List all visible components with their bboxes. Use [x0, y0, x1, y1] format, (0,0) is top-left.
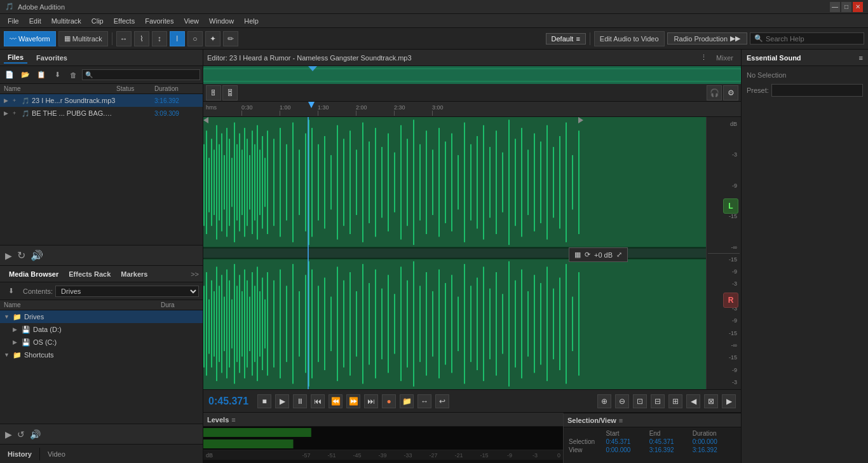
r-channel-button[interactable]: R	[723, 293, 738, 308]
sv-sel-end[interactable]: 0:45.371	[649, 438, 693, 445]
full-zoom-button[interactable]: ⊠	[704, 394, 718, 408]
brush-tool-button[interactable]: ✏	[223, 31, 238, 46]
tab-video[interactable]: Video	[40, 448, 73, 460]
waveform-mode-button[interactable]: 〰 Waveform	[4, 31, 56, 46]
volume-popup[interactable]: ▦ ⟳ +0 dB ⤢	[569, 247, 628, 262]
lasso-tool-button[interactable]: ○	[187, 31, 203, 46]
razor-tool-button[interactable]: ⌇	[134, 31, 149, 46]
menu-edit[interactable]: Edit	[24, 16, 46, 26]
list-item[interactable]: ▶ + 🎵 BE THE ... PUBG BAG.mp3 3:09.309	[0, 107, 203, 120]
menu-window[interactable]: Window	[204, 16, 239, 26]
l-channel-button[interactable]: L	[723, 198, 738, 214]
mixer-button[interactable]: Mixer	[712, 53, 737, 63]
essential-menu-icon[interactable]: ≡	[859, 54, 863, 62]
media-output-button[interactable]: 🔊	[30, 429, 41, 439]
zoom-in-button[interactable]: ⊕	[597, 394, 611, 408]
maximize-button[interactable]: □	[841, 2, 851, 12]
editor-menu-icon[interactable]: ⋮	[700, 53, 707, 62]
skip-to-end-button[interactable]: ⏭	[364, 394, 378, 408]
timeline-ruler[interactable]: hms 0:30 1:00 1:30 2:00 2:30 3:00	[203, 102, 741, 117]
slip-tool-button[interactable]: ↕	[152, 31, 167, 46]
tab-files[interactable]: Files	[4, 52, 27, 64]
tree-item[interactable]: ▼ 📁 Drives	[0, 310, 203, 323]
waveform-display[interactable]: ▦ ⟳ +0 dB ⤢	[203, 117, 706, 389]
menu-file[interactable]: File	[3, 16, 24, 26]
zoom-selection-button[interactable]: ⊡	[633, 394, 647, 408]
menu-effects[interactable]: Effects	[109, 16, 140, 26]
move-tool-button[interactable]: ↔	[116, 31, 132, 46]
multitrack-mode-button[interactable]: ▦ Multitrack	[58, 31, 108, 46]
sv-view-end[interactable]: 3:16.392	[649, 446, 693, 453]
loop-button[interactable]: ↔	[417, 394, 431, 408]
drives-select[interactable]: Drives	[55, 286, 199, 297]
tab-media-browser[interactable]: Media Browser	[4, 269, 64, 279]
import-button[interactable]: ⬇	[50, 69, 64, 81]
open-file-button[interactable]: 📂	[18, 69, 32, 81]
tree-col-duration-header[interactable]: Dura	[161, 301, 199, 308]
menu-favorites[interactable]: Favorites	[140, 16, 179, 26]
sv-view-duration[interactable]: 3:16.392	[693, 446, 736, 453]
sv-end-header: End	[649, 430, 693, 437]
tab-effects-rack[interactable]: Effects Rack	[64, 269, 116, 279]
zoom-to-selection-button[interactable]: ⊞	[668, 394, 682, 408]
files-play-button[interactable]: ▶	[5, 251, 12, 261]
tree-item[interactable]: ▶ 💾 OS (C:)	[0, 336, 203, 349]
panel-expand-button[interactable]: >>	[191, 270, 199, 278]
mb-download-button[interactable]: ⬇	[4, 285, 18, 298]
menu-multitrack[interactable]: Multitrack	[46, 16, 86, 26]
scroll-left-button[interactable]: ◀	[686, 394, 700, 408]
menu-clip[interactable]: Clip	[86, 16, 109, 26]
files-search-input[interactable]	[82, 69, 200, 80]
tree-col-name-header[interactable]: Name	[4, 301, 161, 308]
media-loop-button[interactable]: ↺	[17, 429, 25, 439]
vol-popup-reset-icon[interactable]: ⟳	[585, 251, 590, 259]
sv-view-start[interactable]: 0:00.000	[606, 446, 649, 453]
vol-popup-expand-icon[interactable]: ⤢	[616, 251, 622, 259]
play-button[interactable]: ▶	[275, 394, 289, 408]
fast-forward-button[interactable]: ⏩	[346, 394, 360, 408]
media-play-button[interactable]: ▶	[5, 429, 12, 439]
sel-view-menu-icon[interactable]: ≡	[619, 417, 623, 424]
pause-button[interactable]: ⏸	[293, 394, 307, 408]
stop-button[interactable]: ■	[257, 394, 271, 408]
minimize-button[interactable]: —	[830, 2, 840, 12]
edit-audio-video-button[interactable]: Edit Audio to Video	[594, 31, 665, 46]
tree-item[interactable]: ▶ 💾 Data (D:)	[0, 323, 203, 336]
open-append-button[interactable]: 📋	[34, 69, 48, 81]
delete-file-button[interactable]: 🗑	[66, 69, 80, 81]
waveform-tool-1[interactable]: 🎚	[206, 85, 221, 100]
new-file-button[interactable]: 📄	[3, 69, 17, 81]
waveform-tool-2[interactable]: 🎛	[222, 85, 238, 100]
sv-sel-start[interactable]: 0:45.371	[606, 438, 649, 445]
tab-history[interactable]: History	[0, 448, 40, 460]
return-button[interactable]: ↩	[435, 394, 449, 408]
scroll-right-button[interactable]: ▶	[722, 394, 736, 408]
skip-to-start-button[interactable]: ⏮	[311, 394, 325, 408]
radio-production-button[interactable]: Radio Production ▶▶	[667, 32, 747, 45]
selection-tool-button[interactable]: I	[170, 31, 185, 46]
preset-dropdown[interactable]	[771, 84, 863, 97]
sv-sel-duration[interactable]: 0:00.000	[693, 438, 736, 445]
waveform-container[interactable]: ▦ ⟳ +0 dB ⤢ L dB -3 -9 -15 -	[203, 117, 741, 389]
rewind-button[interactable]: ⏪	[329, 394, 342, 408]
list-item[interactable]: ▶ + 🎵 23 I He...r Soundtrack.mp3 3:16.39…	[0, 94, 203, 107]
waveform-overview[interactable]	[203, 66, 741, 84]
files-output-button[interactable]: 🔊	[31, 249, 43, 261]
search-input[interactable]	[766, 35, 855, 43]
headphones-button[interactable]: 🎧	[707, 85, 722, 100]
record-button[interactable]: ●	[382, 394, 396, 408]
close-button[interactable]: ✕	[853, 2, 863, 12]
tab-markers[interactable]: Markers	[116, 269, 153, 279]
levels-menu-icon[interactable]: ≡	[231, 416, 235, 424]
spot-healing-button[interactable]: ✦	[205, 31, 220, 46]
tab-favorites[interactable]: Favorites	[32, 53, 71, 63]
tree-item[interactable]: ▼ 📁 Shortcuts	[0, 349, 203, 361]
hud-button[interactable]: ⚙	[723, 85, 738, 100]
open-files-button[interactable]: 📁	[400, 394, 414, 408]
workspace-selector[interactable]: Default ≡	[546, 33, 586, 45]
zoom-out-full-button[interactable]: ⊟	[651, 394, 665, 408]
zoom-out-button[interactable]: ⊖	[615, 394, 629, 408]
menu-help[interactable]: Help	[239, 16, 264, 26]
menu-view[interactable]: View	[179, 16, 204, 26]
files-loop-button[interactable]: ↻	[17, 249, 25, 261]
